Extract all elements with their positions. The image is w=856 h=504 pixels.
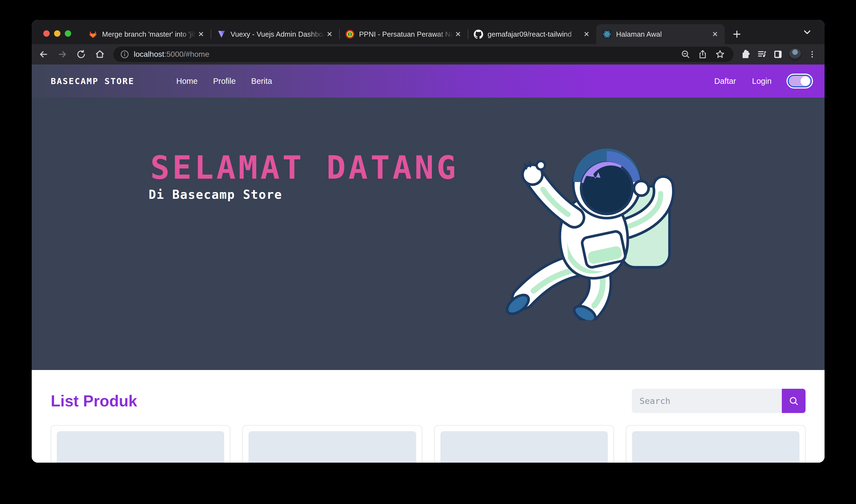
- search-widget: [632, 389, 805, 413]
- close-window-button[interactable]: [43, 30, 50, 37]
- nav-link-berita[interactable]: Berita: [251, 77, 272, 86]
- minimize-window-button[interactable]: [54, 30, 60, 37]
- gitlab-icon: [88, 30, 97, 39]
- reload-button[interactable]: [76, 49, 86, 59]
- browser-toolbar: localhost:5000/#home: [32, 44, 824, 65]
- product-image-placeholder: [248, 431, 416, 463]
- site-info-icon[interactable]: [120, 50, 129, 59]
- tab-close-icon[interactable]: ✕: [325, 30, 334, 39]
- window-controls: [32, 30, 82, 37]
- nav-link-profile[interactable]: Profile: [213, 77, 236, 86]
- url-text[interactable]: localhost:5000/#home: [134, 50, 681, 59]
- url-host: localhost: [134, 50, 164, 58]
- tab-title: gemafajar09/react-tailwind: [487, 30, 582, 39]
- product-image-placeholder: [441, 431, 608, 463]
- navigation-buttons: [38, 49, 105, 59]
- product-image-placeholder: [57, 431, 224, 463]
- tab-gitlab[interactable]: Merge branch 'master' into 'jiha ✕: [82, 24, 211, 44]
- search-button[interactable]: [782, 389, 805, 413]
- product-card[interactable]: [51, 425, 230, 463]
- tab-github[interactable]: gemafajar09/react-tailwind ✕: [468, 24, 596, 44]
- omnibox-actions: [681, 49, 725, 59]
- tab-ppni[interactable]: PPNI - Persatuan Perawat Nasi ✕: [339, 24, 468, 44]
- bookmark-star-icon[interactable]: [715, 49, 725, 59]
- chevron-down-icon: [802, 27, 813, 37]
- product-image-placeholder: [632, 431, 800, 463]
- new-tab-button[interactable]: [729, 26, 745, 42]
- zoom-out-icon[interactable]: [681, 49, 691, 59]
- url-path: :5000/#home: [164, 50, 209, 58]
- browser-window: Merge branch 'master' into 'jiha ✕ Vuexy…: [32, 20, 824, 463]
- tab-halaman-awal-active[interactable]: Halaman Awal ✕: [596, 24, 725, 44]
- zoom-window-button[interactable]: [65, 30, 71, 37]
- web-page: BASECAMP STORE Home Profile Berita Dafta…: [32, 65, 824, 463]
- browser-menu-icon[interactable]: [807, 49, 817, 59]
- react-icon: [602, 30, 612, 39]
- tab-title: Merge branch 'master' into 'jiha: [102, 30, 196, 39]
- nav-link-home[interactable]: Home: [176, 77, 197, 86]
- hero-subtitle: Di Basecamp Store: [149, 187, 282, 201]
- product-section-header: List Produk: [51, 389, 805, 413]
- hero-title: SELAMAT DATANG: [150, 149, 459, 186]
- vuexy-icon: [217, 30, 226, 39]
- extensions-puzzle-icon[interactable]: [741, 49, 751, 59]
- search-icon: [788, 395, 799, 407]
- toggle-knob: [801, 76, 810, 86]
- list-produk-heading: List Produk: [51, 392, 137, 410]
- tab-close-icon[interactable]: ✕: [453, 30, 463, 39]
- tab-search-button[interactable]: [802, 27, 813, 37]
- nav-links: Home Profile Berita: [176, 77, 272, 86]
- share-icon[interactable]: [698, 49, 708, 59]
- tab-close-icon[interactable]: ✕: [196, 30, 206, 39]
- tab-title: Halaman Awal: [616, 30, 710, 39]
- github-icon: [474, 30, 483, 39]
- product-card-row: [51, 425, 805, 463]
- tabs: Merge branch 'master' into 'jiha ✕ Vuexy…: [82, 20, 725, 44]
- search-input[interactable]: [632, 389, 782, 413]
- login-link[interactable]: Login: [752, 77, 772, 86]
- ppni-icon: [345, 30, 355, 39]
- playlist-extension-icon[interactable]: [757, 49, 767, 59]
- tab-vuexy[interactable]: Vuexy - Vuejs Admin Dashboar ✕: [211, 24, 339, 44]
- site-navbar: BASECAMP STORE Home Profile Berita Dafta…: [32, 65, 824, 97]
- back-button[interactable]: [38, 49, 49, 59]
- address-bar[interactable]: localhost:5000/#home: [113, 47, 734, 62]
- plus-icon: [732, 30, 742, 39]
- toolbar-right: [741, 48, 817, 61]
- profile-avatar[interactable]: [789, 48, 801, 61]
- nav-actions: Daftar Login: [714, 75, 812, 87]
- theme-toggle-switch[interactable]: [788, 75, 812, 87]
- astronaut-illustration: [496, 127, 679, 320]
- tab-title: PPNI - Persatuan Perawat Nasi: [359, 30, 453, 39]
- tab-close-icon[interactable]: ✕: [710, 30, 720, 39]
- tab-strip: Merge branch 'master' into 'jiha ✕ Vuexy…: [32, 20, 824, 44]
- product-card[interactable]: [434, 425, 614, 463]
- tab-title: Vuexy - Vuejs Admin Dashboar: [231, 30, 325, 39]
- daftar-link[interactable]: Daftar: [714, 77, 736, 86]
- tab-close-icon[interactable]: ✕: [582, 30, 591, 39]
- side-panel-icon[interactable]: [773, 49, 783, 59]
- forward-button[interactable]: [57, 49, 68, 59]
- product-card[interactable]: [243, 425, 422, 463]
- brand-logo[interactable]: BASECAMP STORE: [51, 76, 134, 86]
- home-button[interactable]: [94, 49, 105, 59]
- product-card[interactable]: [626, 425, 805, 463]
- product-section: List Produk: [32, 370, 824, 463]
- hero-section: SELAMAT DATANG Di Basecamp Store: [32, 97, 824, 370]
